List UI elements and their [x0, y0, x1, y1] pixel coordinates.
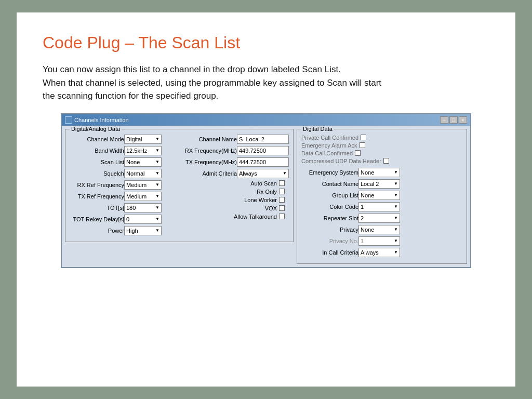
- scan-list-select[interactable]: None ▼: [124, 157, 162, 167]
- vox-label: VOX: [265, 205, 277, 211]
- auto-scan-checkbox[interactable]: [279, 180, 285, 186]
- lone-worker-checkbox[interactable]: [279, 197, 285, 203]
- privacy-no-select: 1 ▼: [358, 236, 400, 246]
- data-call-confirmed-label: Data Call Confirmed: [301, 150, 353, 156]
- allow-talkaround-label: Allow Talkaround: [234, 214, 277, 220]
- band-width-row: Band Width 12.5kHz ▼: [70, 146, 171, 155]
- window-icon: [65, 116, 72, 124]
- channel-name-label: Channel Name: [175, 136, 237, 142]
- vox-checkbox[interactable]: [279, 205, 285, 211]
- in-call-criteria-label: In Call Criteria: [301, 249, 358, 256]
- power-select[interactable]: High ▼: [124, 226, 162, 235]
- window-content: Digital/Analog Data Channel Mode D: [62, 126, 470, 267]
- group-list-row: Group List None ▼: [301, 191, 462, 200]
- compressed-udp-checkbox[interactable]: [383, 158, 389, 164]
- privacy-select[interactable]: None ▼: [358, 225, 400, 234]
- repeater-slot-label: Repeater Slot: [301, 215, 358, 221]
- auto-scan-label: Auto Scan: [250, 180, 277, 187]
- privacy-label: Privacy: [301, 227, 358, 233]
- tot-rekey-row: TOT Rekey Delay[s] 0 ▼: [70, 215, 171, 224]
- channel-mode-label: Channel Mode: [70, 136, 124, 142]
- channel-name-row: Channel Name: [175, 135, 289, 144]
- color-code-select[interactable]: 1 ▼: [358, 202, 400, 211]
- rx-ref-freq-select[interactable]: Medium ▼: [124, 180, 162, 190]
- squelch-label: Squelch: [70, 170, 124, 177]
- private-call-confirmed-checkbox[interactable]: [361, 135, 366, 140]
- digital-data-label: Digital Data: [301, 126, 334, 132]
- tx-ref-freq-select[interactable]: Medium ▼: [124, 192, 162, 201]
- emergency-alarm-ack-row: Emergency Alarm Ack: [301, 142, 462, 149]
- repeater-slot-select[interactable]: 2 ▼: [358, 214, 400, 223]
- squelch-row: Squelch Normal ▼: [70, 169, 171, 178]
- rx-freq-row: RX Frequency(MHz): [175, 146, 289, 155]
- digital-analog-label: Digital/Analog Data: [70, 126, 122, 132]
- tx-ref-freq-row: TX Ref Frequency Medium ▼: [70, 192, 171, 201]
- contact-name-select[interactable]: Local 2 ▼: [358, 179, 400, 189]
- body-line1: You can now assign this list to a channe…: [43, 64, 341, 74]
- rx-freq-input[interactable]: [237, 146, 289, 155]
- scan-list-label: Scan List: [70, 159, 124, 165]
- group-list-label: Group List: [301, 192, 358, 198]
- admit-criteria-select[interactable]: Always ▼: [237, 169, 289, 178]
- privacy-no-row: Privacy No. 1 ▼: [301, 236, 462, 246]
- lone-worker-label: Lone Worker: [244, 197, 277, 203]
- vox-row: VOX: [175, 205, 289, 211]
- data-call-confirmed-row: Data Call Confirmed: [301, 150, 462, 156]
- squelch-select[interactable]: Normal ▼: [124, 169, 162, 178]
- digital-data-group: Digital Data Private Call Confirmed Emer…: [297, 129, 467, 264]
- body-line2: When that channel is selected, using the…: [43, 78, 381, 88]
- left-panel: Digital/Analog Data Channel Mode D: [65, 129, 294, 264]
- in-call-criteria-row: In Call Criteria Always ▼: [301, 248, 462, 257]
- slide-body: You can now assign this list to a channe…: [43, 63, 489, 103]
- color-code-row: Color Code 1 ▼: [301, 202, 462, 211]
- window-titlebar: Channels Information − □ ×: [62, 114, 470, 126]
- channel-mode-select[interactable]: Digital ▼: [124, 135, 162, 144]
- window-title: Channels Information: [74, 117, 129, 123]
- slide: Code Plug – The Scan List You can now as…: [17, 12, 515, 387]
- admit-criteria-row: Admit Criteria Always ▼: [175, 169, 289, 178]
- tx-freq-input[interactable]: [237, 157, 289, 167]
- privacy-row: Privacy None ▼: [301, 225, 462, 234]
- data-call-confirmed-checkbox[interactable]: [355, 150, 361, 156]
- group-list-select[interactable]: None ▼: [358, 191, 400, 200]
- private-call-confirmed-label: Private Call Confirmed: [301, 135, 358, 141]
- scan-list-row: Scan List None ▼: [70, 157, 171, 167]
- admit-criteria-label: Admit Criteria: [175, 170, 237, 177]
- emergency-system-select[interactable]: None ▼: [358, 168, 400, 177]
- body-line3: the scanning function for the specified …: [43, 91, 218, 101]
- emergency-system-label: Emergency System: [301, 169, 358, 176]
- digital-analog-group: Digital/Analog Data Channel Mode D: [65, 129, 294, 242]
- rx-freq-label: RX Frequency(MHz): [175, 148, 237, 154]
- tot-select[interactable]: 180 ▼: [124, 203, 162, 212]
- power-label: Power: [70, 228, 124, 234]
- emergency-alarm-ack-checkbox[interactable]: [360, 142, 365, 148]
- auto-scan-row: Auto Scan: [175, 180, 289, 187]
- lone-worker-row: Lone Worker: [175, 197, 289, 203]
- rx-ref-freq-row: RX Ref Frequency Medium ▼: [70, 180, 171, 190]
- band-width-select[interactable]: 12.5kHz ▼: [124, 146, 162, 155]
- channel-name-input[interactable]: [237, 135, 289, 144]
- power-row: Power High ▼: [70, 226, 171, 235]
- rx-only-label: Rx Only: [257, 189, 277, 195]
- tot-rekey-select[interactable]: 0 ▼: [124, 215, 162, 224]
- contact-name-row: Contact Name Local 2 ▼: [301, 179, 462, 189]
- rx-only-checkbox[interactable]: [279, 189, 285, 194]
- right-panel: Digital Data Private Call Confirmed Emer…: [297, 129, 467, 264]
- compressed-udp-row: Compressed UDP Data Header: [301, 158, 462, 164]
- tx-ref-freq-label: TX Ref Frequency: [70, 193, 124, 200]
- contact-name-label: Contact Name: [301, 181, 358, 187]
- window-controls[interactable]: − □ ×: [440, 116, 467, 124]
- privacy-no-label: Privacy No.: [301, 238, 358, 244]
- allow-talkaround-checkbox[interactable]: [279, 214, 285, 219]
- tot-row: TOT[s] 180 ▼: [70, 203, 171, 212]
- maximize-button[interactable]: □: [449, 116, 458, 124]
- slide-title: Code Plug – The Scan List: [43, 33, 489, 52]
- channels-information-window: Channels Information − □ × Digital/Analo…: [61, 113, 471, 268]
- private-call-confirmed-row: Private Call Confirmed: [301, 135, 462, 141]
- color-code-label: Color Code: [301, 204, 358, 210]
- minimize-button[interactable]: −: [440, 116, 448, 124]
- allow-talkaround-row: Allow Talkaround: [175, 214, 289, 220]
- close-button[interactable]: ×: [459, 116, 467, 124]
- in-call-criteria-select[interactable]: Always ▼: [358, 248, 400, 257]
- rx-only-row: Rx Only: [175, 189, 289, 195]
